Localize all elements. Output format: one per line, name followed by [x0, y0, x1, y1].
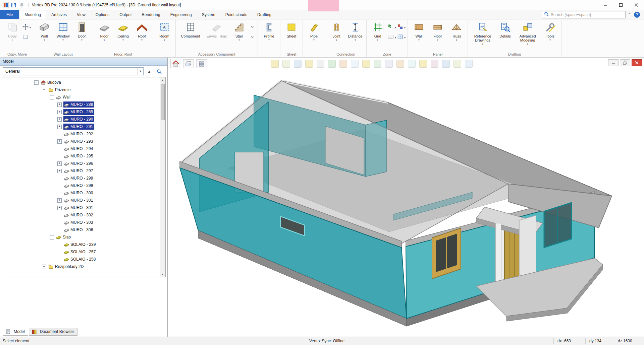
- porch-column[interactable]: [495, 223, 501, 287]
- scroll-up-icon[interactable]: ▲: [160, 77, 165, 83]
- zonered-mini-button[interactable]: ▾: [396, 23, 406, 31]
- scrollbar-thumb[interactable]: [161, 84, 165, 120]
- help-icon[interactable]: ?: [634, 12, 640, 18]
- panel-tab-model[interactable]: Model: [3, 328, 28, 336]
- tree-node-muro-302[interactable]: MURO - 302: [2, 211, 165, 219]
- view-minimize-button[interactable]: [608, 59, 619, 66]
- search-box[interactable]: [542, 11, 626, 18]
- plus-toggle-icon[interactable]: +: [57, 206, 62, 210]
- room-button[interactable]: ARoom▾: [155, 21, 174, 50]
- tree-node-muro-293[interactable]: +MURO - 293: [2, 138, 165, 145]
- menu-tab-output[interactable]: Output: [114, 10, 137, 19]
- menu-tab-point-clouds[interactable]: Point clouds: [220, 10, 252, 19]
- tree-node-muro-294[interactable]: MURO - 294: [2, 145, 165, 152]
- tree-node-muro-288[interactable]: +MURO - 288: [2, 101, 165, 108]
- advanced-modeling-button[interactable]: Advanced Modeling▾: [515, 21, 541, 50]
- minus-toggle-icon[interactable]: −: [42, 88, 46, 92]
- ceiling-button[interactable]: Ceiling▾: [114, 21, 132, 50]
- tree-node-muro-296[interactable]: +MURO - 296: [2, 160, 165, 167]
- tree-node-rez-pohlady-2d[interactable]: −Rez/pohlady 2D: [2, 263, 165, 270]
- tree-node-muro-301[interactable]: +MURO - 301: [2, 204, 165, 211]
- details-button[interactable]: Details: [496, 21, 515, 50]
- tree-scrollbar[interactable]: ▲ ▼: [160, 77, 165, 277]
- tree-node-muro-298[interactable]: MURO - 298: [2, 175, 165, 182]
- reference-drawings-button[interactable]: Reference Drawings▾: [470, 21, 496, 50]
- truss-button[interactable]: Truss▾: [447, 21, 466, 50]
- menu-tab-drafting[interactable]: Drafting: [252, 10, 276, 19]
- tree-filter-combobox[interactable]: General ▼: [3, 67, 144, 75]
- sheet-button[interactable]: Sheet: [282, 21, 301, 50]
- selrect-mini-button[interactable]: [22, 33, 31, 42]
- tree-node-solaio-258[interactable]: SOLAIO - 258: [2, 256, 165, 263]
- view-grid-button[interactable]: [196, 59, 207, 68]
- tree-node-muro-295[interactable]: MURO - 295: [2, 152, 165, 160]
- tree-node-slab[interactable]: −Slab: [2, 233, 165, 241]
- tree-node-muro-292[interactable]: MURO - 292: [2, 130, 165, 138]
- door-button[interactable]: Door▾: [72, 21, 91, 50]
- tree-node-wall[interactable]: −Wall: [2, 93, 165, 101]
- menu-tab-file[interactable]: File: [0, 10, 19, 19]
- minus-toggle-icon[interactable]: −: [50, 235, 54, 239]
- floor-button[interactable]: Floor▾: [428, 21, 447, 50]
- window-maximize-button[interactable]: [613, 0, 629, 10]
- plus-toggle-icon[interactable]: +: [57, 161, 62, 166]
- menu-tab-rendering[interactable]: Rendering: [137, 10, 165, 19]
- cascade-views-button[interactable]: [183, 59, 194, 68]
- chevron-mini-button[interactable]: [249, 23, 256, 31]
- view-close-button[interactable]: [632, 59, 642, 66]
- menu-tab-system[interactable]: System: [197, 10, 220, 19]
- tree-node-prizemie[interactable]: −Prizemie: [2, 86, 165, 93]
- save-icon[interactable]: [11, 2, 17, 8]
- tree-collapse-button[interactable]: ▲: [145, 67, 153, 75]
- plus-toggle-icon[interactable]: +: [57, 125, 62, 129]
- tree-node-muro-301[interactable]: +MURO - 301: [2, 197, 165, 204]
- grid-button[interactable]: Grid▾: [368, 21, 387, 50]
- roof-button[interactable]: Roof▾: [132, 21, 151, 50]
- plus-toggle-icon[interactable]: +: [57, 110, 62, 114]
- 3d-viewport[interactable]: [168, 58, 644, 337]
- zonehatch-mini-button[interactable]: ▾: [387, 33, 396, 42]
- house-3d-model[interactable]: [168, 58, 644, 337]
- window-minimize-button[interactable]: [598, 0, 613, 10]
- tree-node-solaio-257[interactable]: SOLAIO - 257: [2, 248, 165, 256]
- window-button[interactable]: Window▾: [54, 21, 72, 50]
- tree-node-muro-290[interactable]: +MURO - 290: [2, 116, 165, 123]
- tree-node-muro-303[interactable]: MURO - 303: [2, 219, 165, 226]
- plus-toggle-icon[interactable]: +: [57, 139, 62, 144]
- menu-tab-archives[interactable]: Archives: [46, 10, 72, 19]
- search-input[interactable]: [551, 12, 623, 17]
- distance-button[interactable]: Distance▾: [346, 21, 365, 50]
- stair-button[interactable]: Stair▾: [230, 21, 249, 50]
- tree-node-muro-289[interactable]: +MURO - 289: [2, 108, 165, 116]
- collapse-ribbon-icon[interactable]: ⌃: [628, 12, 631, 17]
- tree-node-muro-306[interactable]: MURO - 306: [2, 226, 165, 233]
- minus-toggle-icon[interactable]: −: [34, 80, 39, 85]
- zoneblue-mini-button[interactable]: ▾: [396, 33, 406, 42]
- minus-toggle-icon[interactable]: −: [50, 95, 54, 99]
- porch-side-wall[interactable]: [519, 215, 536, 282]
- wall-button[interactable]: Wall▾: [410, 21, 428, 50]
- menu-tab-engineering[interactable]: Engineering: [165, 10, 197, 19]
- zonepick-mini-button[interactable]: ▾: [387, 23, 396, 31]
- view-restore-button[interactable]: [620, 59, 630, 66]
- plus-toggle-icon[interactable]: +: [57, 198, 62, 203]
- pipe-button[interactable]: Pipe▾: [305, 21, 323, 50]
- minus-toggle-icon[interactable]: −: [42, 265, 46, 269]
- scroll-down-icon[interactable]: ▼: [160, 272, 165, 277]
- tree-search-button[interactable]: [155, 67, 163, 75]
- chevron-mini-button[interactable]: [249, 33, 256, 42]
- menu-tab-view[interactable]: View: [72, 10, 91, 19]
- joint-button[interactable]: Joint▾: [327, 21, 346, 50]
- notifications-bell-icon[interactable]: [19, 2, 25, 8]
- plus-toggle-icon[interactable]: +: [57, 169, 62, 173]
- tools-button[interactable]: Tools▾: [541, 21, 559, 50]
- plus-toggle-icon[interactable]: +: [57, 117, 62, 122]
- tree-node-muro-300[interactable]: MURO - 300: [2, 189, 165, 197]
- floor-button[interactable]: Floor▾: [95, 21, 114, 50]
- panel-tab-document-browser[interactable]: Document Browser: [29, 328, 77, 336]
- wall-button[interactable]: Wall▾: [35, 21, 54, 50]
- plus-toggle-icon[interactable]: +: [57, 102, 62, 107]
- menu-tab-options[interactable]: Options: [91, 10, 114, 19]
- tree-node-muro-297[interactable]: +MURO - 297: [2, 167, 165, 175]
- window-close-button[interactable]: [629, 0, 644, 10]
